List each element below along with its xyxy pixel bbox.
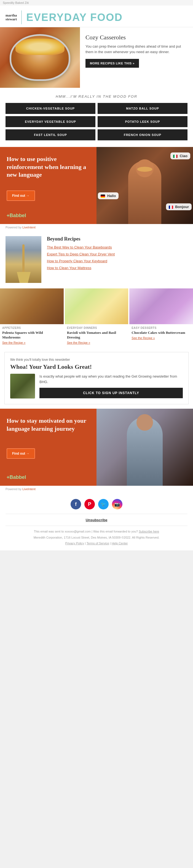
bubble-ciao: Ciao: [170, 152, 190, 159]
beyond-image: [5, 236, 42, 283]
footer-subscribe-link[interactable]: Subscribe here: [139, 530, 159, 533]
mood-title: HMM...I'M REALLY IN THE MOOD FOR: [5, 94, 188, 98]
bubble-bonjour: Bonjour: [166, 204, 192, 210]
powered-link-1[interactable]: LiveIntent: [22, 226, 35, 229]
babbel-person-image-2: [96, 409, 193, 486]
powered-link-2[interactable]: LiveIntent: [22, 487, 35, 491]
soup-btn-french-onion[interactable]: FRENCH ONION SOUP: [98, 129, 188, 141]
recipe-name-0: Polenta Squares with Wild Mushrooms: [2, 331, 61, 340]
header-divider: [21, 10, 22, 24]
soup-btn-chicken-veg[interactable]: CHICKEN-VEGETABLE SOUP: [5, 103, 95, 114]
footer-help-link[interactable]: Help Center: [112, 541, 128, 545]
footer-legal-line2: Meredith Corporation, 1716 Locust Street…: [5, 535, 188, 540]
babbel-right-image-2: [96, 409, 193, 486]
flag-fr-icon: [169, 206, 173, 209]
beyond-link-2[interactable]: Expert Tips to Deep Clean Your Dryer Ven…: [47, 252, 115, 257]
soup-btn-fast-lentil[interactable]: FAST LENTIL SOUP: [5, 129, 95, 141]
mood-section: HMM...I'M REALLY IN THE MOOD FOR CHICKEN…: [0, 88, 193, 147]
powered-by-1: Powered by LiveIntent: [0, 224, 193, 230]
newsletter-promo: We think you'll totally love this newsle…: [4, 352, 189, 404]
top-bar-text: Speedily Baked Ziti: [3, 1, 29, 4]
recipe-link-0[interactable]: See the Recipe »: [2, 341, 61, 344]
footer-social: f P 🐦 📷 Unsubscribe This email was sent …: [0, 492, 193, 550]
broom-image: [5, 236, 42, 283]
newsletter-signup-button[interactable]: CLICK TO SIGN UP INSTANTLY: [39, 388, 183, 398]
facebook-icon[interactable]: f: [71, 499, 81, 509]
social-icons: f P 🐦 📷: [5, 499, 188, 509]
soup-btn-matzo[interactable]: MATZO BALL SOUP: [98, 103, 188, 114]
beyond-heading: Beyond Recipes: [47, 236, 115, 242]
pinterest-icon[interactable]: P: [84, 499, 95, 509]
casserole-image: [0, 27, 80, 88]
hero-image: [0, 27, 80, 88]
beyond-link-1[interactable]: The Best Way to Clean Your Baseboards: [47, 245, 115, 250]
babbel-left-content: How to use positive reinforcement when l…: [0, 147, 96, 224]
babbel-logo-name-2: Babbel: [10, 474, 26, 480]
recipe-card-2: EASY DESSERTS Chocolate Cakes with Butte…: [129, 288, 193, 346]
logo-line1: martha: [5, 13, 17, 17]
recipe-name-1: Ravioli with Tomatoes and Basil Dressing: [67, 331, 126, 340]
powered-by-2: Powered by LiveIntent: [0, 486, 193, 492]
recipe-name-2: Chocolate Cakes with Buttercream: [132, 331, 191, 335]
recipe-category-1: EVERYDAY DINNERS: [67, 327, 126, 330]
hero-heading: Cozy Casseroles: [85, 34, 188, 41]
soup-btn-everyday-veg[interactable]: EVERYDAY VEGETABLE SOUP: [5, 116, 95, 127]
recipe-image-1: [65, 288, 129, 324]
newsletter-description: Is exactly what people will say when you…: [39, 374, 183, 384]
newsletter-image: [10, 374, 35, 399]
recipe-card-body-2: EASY DESSERTS Chocolate Cakes with Butte…: [129, 324, 193, 342]
beyond-links: The Best Way to Clean Your Baseboards Ex…: [47, 245, 115, 271]
casserole-cheese: [16, 38, 64, 55]
hero-description: You can prep these comforting dishes ahe…: [85, 44, 188, 55]
babbel-logo-prefix-1: +: [7, 213, 10, 218]
bubble-hallo: Hallo: [98, 192, 118, 199]
twitter-icon[interactable]: 🐦: [98, 499, 109, 509]
recipe-link-1[interactable]: See the Recipe »: [67, 341, 126, 344]
email-wrapper: Speedily Baked Ziti martha stewart EVERY…: [0, 0, 193, 550]
newsletter-right: Is exactly what people will say when you…: [39, 374, 183, 398]
recipe-card-1: EVERYDAY DINNERS Ravioli with Tomatoes a…: [65, 288, 129, 346]
recipe-image-0: [0, 288, 64, 324]
recipe-image-2: [129, 288, 193, 324]
instagram-symbol: 📷: [114, 502, 120, 507]
recipe-card-body-0: APPETIZERS Polenta Squares with Wild Mus…: [0, 324, 64, 346]
header: martha stewart EVERYDAY FOOD: [0, 5, 193, 27]
footer-divider-1: [5, 514, 188, 514]
hero-section: Cozy Casseroles You can prep these comfo…: [0, 27, 193, 88]
unsubscribe-link[interactable]: Unsubscribe: [86, 518, 108, 522]
newsletter-eyebrow: We think you'll totally love this newsle…: [10, 358, 183, 362]
footer-privacy-link[interactable]: Privacy Policy: [65, 541, 84, 545]
hero-content: Cozy Casseroles You can prep these comfo…: [80, 27, 193, 88]
logo-line2: stewart: [5, 17, 17, 21]
newsletter-inner: Is exactly what people will say when you…: [10, 374, 183, 399]
flag-de-icon: [101, 194, 105, 198]
hero-cta-button[interactable]: MORE RECIPES LIKE THIS »: [85, 59, 139, 68]
bubble-ciao-text: Ciao: [180, 154, 188, 158]
babbel-person-image: Ciao Hallo Bonjour: [96, 147, 193, 224]
beyond-content: Beyond Recipes The Best Way to Clean You…: [47, 236, 115, 283]
pinterest-symbol: P: [88, 501, 91, 507]
recipe-category-0: APPETIZERS: [2, 327, 61, 330]
footer-links: Privacy Policy | Terms of Service | Help…: [5, 541, 188, 546]
footer-legal-line1: This email was sent to xxxxxx@gmail.com …: [5, 529, 188, 534]
facebook-symbol: f: [75, 501, 77, 507]
babbel-findout-button-2[interactable]: Find out →: [7, 448, 35, 459]
soup-btn-potato-leek[interactable]: POTATO LEEK SOUP: [98, 116, 188, 127]
babbel-findout-button-1[interactable]: Find out →: [7, 190, 35, 201]
bubble-bonjour-text: Bonjour: [175, 205, 189, 209]
beyond-link-4[interactable]: How to Clean Your Mattress: [47, 266, 115, 271]
soup-grid: CHICKEN-VEGETABLE SOUP MATZO BALL SOUP E…: [5, 103, 188, 141]
recipe-link-2[interactable]: See the Recipe »: [132, 336, 191, 340]
instagram-icon[interactable]: 📷: [112, 499, 122, 509]
beyond-link-3[interactable]: How to Properly Clean Your Keyboard: [47, 259, 115, 264]
recipe-card-body-1: EVERYDAY DINNERS Ravioli with Tomatoes a…: [65, 324, 129, 346]
footer-legal: This email was sent to xxxxxx@gmail.com …: [5, 529, 188, 546]
babbel-heading-1: How to use positive reinforcement when l…: [7, 155, 91, 179]
babbel-logo-name-1: Babbel: [10, 213, 26, 218]
footer-terms-link[interactable]: Terms of Service: [87, 541, 109, 545]
babbel-right-image: Ciao Hallo Bonjour: [96, 147, 193, 224]
babbel-logo-prefix-2: +: [7, 474, 10, 480]
babbel-heading-2: How to stay motivated on your language l…: [7, 417, 91, 433]
powered-label-1: Powered by: [5, 226, 22, 229]
recipe-card-0: APPETIZERS Polenta Squares with Wild Mus…: [0, 288, 64, 346]
